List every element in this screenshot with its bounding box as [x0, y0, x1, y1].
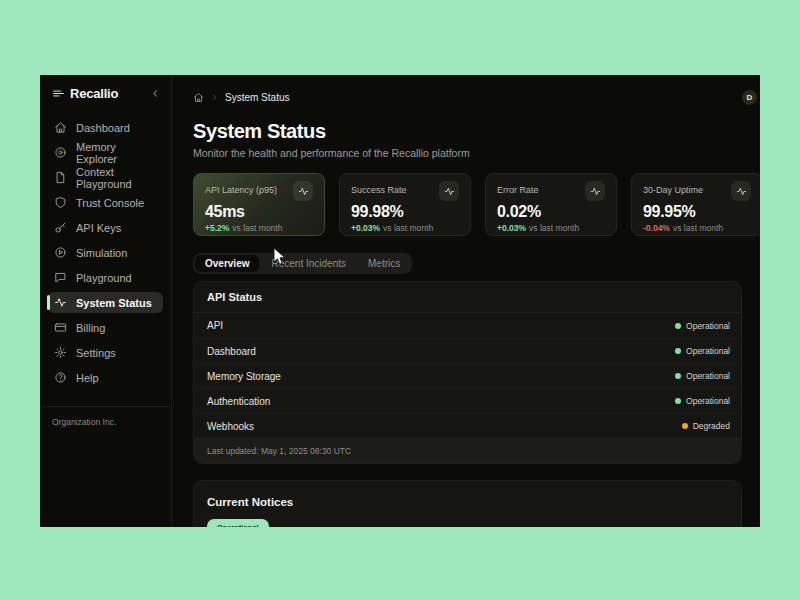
tab-label: Overview	[205, 258, 249, 269]
status-text: Operational	[686, 346, 730, 356]
sidebar-item-help[interactable]: Help	[48, 367, 163, 388]
sidebar-item-label: Help	[76, 372, 99, 384]
tab-recent-incidents[interactable]: Recent Incidents	[261, 255, 356, 272]
main-area: System Status D System Status Monitor th…	[172, 75, 760, 527]
breadcrumb-current: System Status	[225, 92, 289, 103]
sidebar-item-label: Context Playground	[76, 166, 157, 190]
sidebar-item-label: Dashboard	[76, 122, 130, 134]
metric-card-success-rate[interactable]: Success Rate 99.98% +0.03%vs last month	[339, 173, 471, 236]
page-subtitle: Monitor the health and performance of th…	[193, 146, 742, 160]
app-window: Recallio Dashboard Memory Explorer Conte…	[40, 75, 760, 527]
desktop-background: Recallio Dashboard Memory Explorer Conte…	[0, 0, 800, 600]
status-dot-icon	[675, 398, 681, 404]
tab-overview[interactable]: Overview	[195, 255, 259, 272]
status-text: Operational	[686, 321, 730, 331]
api-status-panel: API Status API Operational Dashboard	[193, 281, 742, 464]
metric-card-error-rate[interactable]: Error Rate 0.02% +0.03%vs last month	[485, 173, 617, 236]
activity-icon	[736, 186, 747, 197]
page-title: System Status	[193, 120, 742, 143]
status-dot-icon	[675, 323, 681, 329]
metric-cards: API Latency (p95) 45ms +5.2%vs last mont…	[193, 173, 742, 236]
gear-icon	[54, 346, 67, 359]
metric-card-30-day-uptime[interactable]: 30-Day Uptime 99.95% -0.04%vs last month	[631, 173, 760, 236]
recallio-logo-icon	[52, 87, 65, 100]
sidebar-item-label: Playground	[76, 272, 132, 284]
metric-label: Error Rate	[497, 183, 539, 195]
api-status-title: API Status	[194, 282, 741, 313]
metric-value: 99.98%	[351, 203, 459, 221]
sidebar-item-trust-console[interactable]: Trust Console	[48, 192, 163, 213]
metric-label: 30-Day Uptime	[643, 183, 703, 195]
metric-delta: +0.03%	[351, 223, 380, 233]
tab-bar: Overview Recent Incidents Metrics	[193, 253, 412, 274]
user-avatar[interactable]: D	[742, 90, 757, 105]
metric-icon-button[interactable]	[293, 181, 313, 201]
current-notices-panel: Current Notices Operational	[193, 480, 742, 527]
sidebar-item-playground[interactable]: Playground	[48, 267, 163, 288]
status-row-authentication: Authentication Operational	[194, 388, 741, 413]
sidebar-item-billing[interactable]: Billing	[48, 317, 163, 338]
sidebar-item-label: System Status	[76, 297, 152, 309]
disc-icon	[54, 146, 67, 159]
sidebar-item-memory-explorer[interactable]: Memory Explorer	[48, 142, 163, 163]
metric-icon-button[interactable]	[731, 181, 751, 201]
status-text: Operational	[686, 396, 730, 406]
sidebar-item-settings[interactable]: Settings	[48, 342, 163, 363]
status-row-webhooks: Webhooks Degraded	[194, 413, 741, 438]
sidebar-item-label: Trust Console	[76, 197, 144, 209]
sidebar-item-label: Simulation	[76, 247, 127, 259]
api-status-rows: API Operational Dashboard Operational	[194, 313, 741, 438]
activity-icon	[590, 186, 601, 197]
status-text: Operational	[686, 371, 730, 381]
service-name: API	[207, 320, 223, 331]
topbar: System Status D	[172, 75, 760, 111]
metric-value: 99.95%	[643, 203, 751, 221]
service-name: Memory Storage	[207, 371, 281, 382]
help-icon	[54, 371, 67, 384]
status-dot-icon	[675, 373, 681, 379]
metric-label: API Latency (p95)	[205, 183, 277, 195]
chevron-right-icon	[210, 93, 219, 102]
metric-delta: +5.2%	[205, 223, 229, 233]
sidebar-item-api-keys[interactable]: API Keys	[48, 217, 163, 238]
metric-delta-note: vs last month	[383, 223, 433, 233]
activity-icon	[444, 186, 455, 197]
metric-delta-note: vs last month	[232, 223, 282, 233]
file-icon	[54, 171, 67, 184]
status-row-dashboard: Dashboard Operational	[194, 338, 741, 363]
chat-icon	[54, 271, 67, 284]
status-text: Degraded	[693, 421, 730, 431]
current-notices-title: Current Notices	[207, 494, 728, 510]
key-icon	[54, 221, 67, 234]
metric-icon-button[interactable]	[439, 181, 459, 201]
operational-badge: Operational	[207, 519, 269, 527]
metric-delta-note: vs last month	[529, 223, 579, 233]
sidebar-item-label: Settings	[76, 347, 116, 359]
service-name: Dashboard	[207, 346, 256, 357]
sidebar-item-context-playground[interactable]: Context Playground	[48, 167, 163, 188]
breadcrumb-home-icon[interactable]	[193, 92, 204, 103]
sidebar-item-system-status[interactable]: System Status	[48, 292, 163, 313]
tab-metrics[interactable]: Metrics	[358, 255, 410, 272]
metric-delta: +0.03%	[497, 223, 526, 233]
play-icon	[54, 246, 67, 259]
page-content: System Status Monitor the health and per…	[172, 111, 742, 527]
sidebar-collapse-icon[interactable]	[150, 88, 161, 99]
status-dot-icon	[675, 348, 681, 354]
sidebar-item-label: Billing	[76, 322, 105, 334]
status-row-api: API Operational	[194, 313, 741, 338]
metric-icon-button[interactable]	[585, 181, 605, 201]
sidebar-item-simulation[interactable]: Simulation	[48, 242, 163, 263]
sidebar-item-dashboard[interactable]: Dashboard	[48, 117, 163, 138]
activity-icon	[54, 296, 67, 309]
sidebar-header: Recallio	[40, 75, 171, 109]
metric-value: 45ms	[205, 203, 313, 221]
sidebar: Recallio Dashboard Memory Explorer Conte…	[40, 75, 172, 527]
tab-label: Recent Incidents	[271, 258, 346, 269]
metric-label: Success Rate	[351, 183, 407, 195]
metric-card-api-latency-p95[interactable]: API Latency (p95) 45ms +5.2%vs last mont…	[193, 173, 325, 236]
metric-delta-note: vs last month	[673, 223, 723, 233]
organization-label: Organization Inc.	[40, 406, 171, 437]
sidebar-item-label: API Keys	[76, 222, 121, 234]
activity-icon	[298, 186, 309, 197]
